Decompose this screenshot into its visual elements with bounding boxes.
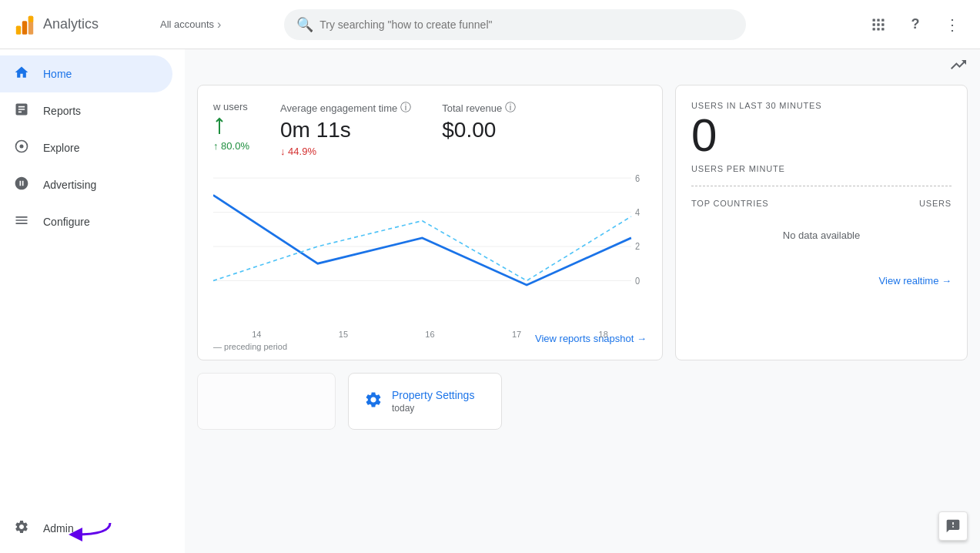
chart-legend: — preceding period (213, 342, 647, 351)
svg-rect-1 (22, 21, 27, 35)
metric-label-new-users: w users (213, 101, 249, 112)
sidebar-item-admin[interactable]: Admin (0, 510, 172, 547)
search-bar[interactable]: 🔍 (284, 9, 746, 40)
metric-new-users: w users ↑ 80.0% (213, 101, 249, 157)
rt-users-label: USERS IN LAST 30 MINUTES (691, 101, 952, 110)
feedback-icon (945, 518, 961, 534)
topbar: Analytics All accounts › 🔍 ? ⋮ (0, 0, 980, 49)
metric-change-engagement: ↓ 44.9% (280, 146, 411, 157)
svg-text:4: 4 (635, 206, 641, 217)
sidebar-item-home[interactable]: Home (0, 55, 172, 92)
feedback-button-area (938, 511, 968, 541)
apps-button[interactable] (863, 9, 894, 40)
configure-icon (12, 213, 31, 232)
svg-point-14 (20, 144, 24, 148)
metric-value-new-users (213, 116, 249, 137)
sidebar-label-reports: Reports (43, 105, 81, 117)
analytics-card: w users ↑ 80.0% Average engagement time (197, 85, 663, 360)
property-settings-icon (364, 390, 383, 414)
chart-area: 6 4 2 0 14 15 16 17 18 — preceding perio… (213, 169, 647, 323)
cards-row: w users ↑ 80.0% Average engagement time (185, 85, 980, 373)
revenue-info-icon[interactable]: ⓘ (505, 101, 516, 115)
search-icon: 🔍 (296, 16, 313, 33)
breadcrumb-text: All accounts (160, 18, 214, 30)
realtime-card: USERS IN LAST 30 MINUTES 0 USERS PER MIN… (675, 85, 968, 360)
rt-per-minute-label: USERS PER MINUTE (691, 164, 952, 173)
svg-rect-10 (873, 28, 875, 30)
sidebar-label-advertising: Advertising (43, 179, 96, 191)
svg-rect-6 (881, 18, 884, 21)
card-metrics: w users ↑ 80.0% Average engagement time (213, 101, 647, 157)
bottom-card-placeholder[interactable] (197, 373, 336, 430)
logo-area: Analytics (12, 12, 151, 37)
app-body: Home Reports Explore Advertising (0, 49, 980, 553)
app-title: Analytics (43, 16, 99, 32)
feedback-button[interactable] (938, 511, 968, 541)
rt-users-value: 0 (691, 110, 952, 161)
svg-rect-4 (873, 18, 875, 21)
sidebar: Home Reports Explore Advertising (0, 49, 185, 553)
admin-icon (12, 519, 31, 538)
svg-rect-9 (881, 23, 884, 25)
rt-divider (691, 186, 952, 186)
content-header (185, 49, 980, 85)
breadcrumb[interactable]: All accounts › (160, 18, 221, 32)
metric-engagement: Average engagement time ⓘ 0m 11s ↓ 44.9% (280, 101, 411, 157)
admin-arrow (68, 519, 114, 542)
sidebar-item-advertising[interactable]: Advertising (0, 166, 172, 203)
topbar-actions: ? ⋮ (863, 9, 968, 40)
sidebar-label-explore: Explore (43, 142, 79, 154)
trending-icon[interactable] (949, 55, 968, 79)
help-button[interactable]: ? (900, 9, 931, 40)
analytics-logo (12, 12, 37, 37)
view-realtime-button[interactable]: View realtime → (879, 275, 952, 287)
rt-no-data: No data available (691, 214, 952, 256)
rt-countries-col: TOP COUNTRIES (691, 199, 768, 208)
metric-value-engagement: 0m 11s (280, 118, 411, 142)
svg-rect-5 (877, 18, 879, 21)
metric-change-new-users: ↑ 80.0% (213, 140, 249, 152)
more-button[interactable]: ⋮ (937, 9, 968, 40)
bottom-cards-row: Property Settings today (185, 373, 980, 442)
metric-revenue: Total revenue ⓘ $0.00 (442, 101, 516, 157)
explore-icon (12, 139, 31, 158)
sidebar-label-home: Home (43, 68, 72, 80)
rt-users-col: USERS (919, 199, 952, 208)
sidebar-spacer (0, 240, 185, 507)
svg-rect-11 (877, 28, 879, 30)
svg-text:2: 2 (635, 241, 640, 252)
property-settings-title: Property Settings (392, 389, 474, 401)
svg-rect-12 (881, 28, 884, 30)
property-settings-sub: today (392, 403, 474, 414)
bottom-card-property-settings[interactable]: Property Settings today (348, 373, 502, 430)
metric-label-revenue: Total revenue ⓘ (442, 101, 516, 115)
reports-icon (12, 102, 31, 121)
sidebar-item-explore[interactable]: Explore (0, 129, 172, 166)
main-content: w users ↑ 80.0% Average engagement time (185, 49, 980, 553)
sidebar-item-reports[interactable]: Reports (0, 92, 172, 129)
svg-rect-7 (873, 23, 875, 25)
search-input[interactable] (319, 18, 734, 31)
chart-svg: 6 4 2 0 (213, 169, 647, 323)
svg-rect-8 (877, 23, 879, 25)
sidebar-label-configure: Configure (43, 216, 90, 228)
home-icon (12, 65, 31, 84)
svg-text:0: 0 (635, 275, 641, 286)
engagement-info-icon[interactable]: ⓘ (400, 101, 411, 115)
svg-rect-3 (28, 15, 33, 22)
svg-text:6: 6 (635, 173, 640, 183)
metric-label-engagement: Average engagement time ⓘ (280, 101, 411, 115)
bottom-card-content: Property Settings today (392, 389, 474, 414)
svg-rect-0 (16, 25, 21, 34)
sidebar-item-configure[interactable]: Configure (0, 203, 172, 240)
breadcrumb-chevron: › (217, 18, 221, 32)
x-labels: 14 15 16 17 18 (213, 327, 647, 339)
rt-table-header: TOP COUNTRIES USERS (691, 199, 952, 208)
metric-value-revenue: $0.00 (442, 118, 516, 142)
advertising-icon (12, 176, 31, 195)
rt-footer: View realtime → (691, 275, 952, 287)
